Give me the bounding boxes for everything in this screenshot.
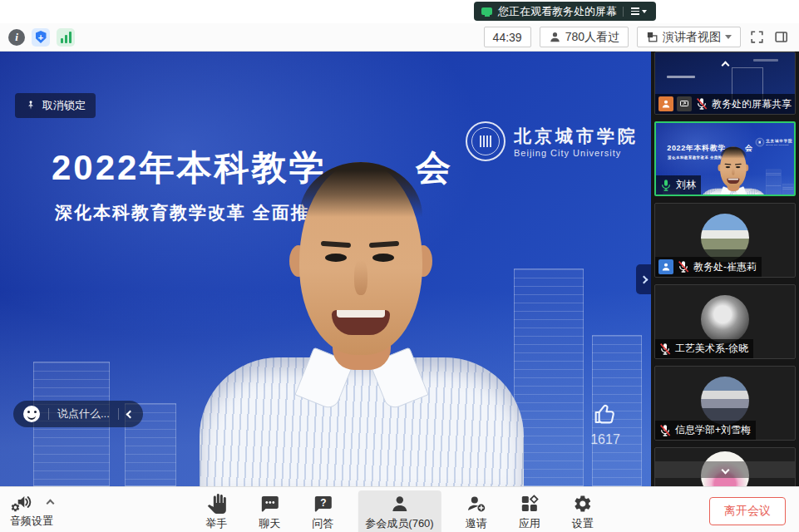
toolbar-item-raise-hand[interactable]: 举手 bbox=[198, 490, 234, 532]
top-toolbar: i + 44:39 780人看过 演讲者视图 bbox=[0, 23, 799, 52]
audio-settings-button[interactable] bbox=[10, 491, 32, 513]
tile-participant[interactable]: 教务处-崔惠莉 bbox=[654, 203, 796, 278]
tile-name: 教务处-崔惠莉 bbox=[693, 260, 757, 274]
toolbar-center: 举手 聊天 ? 问答 参会成员(760) bbox=[198, 490, 600, 532]
viewers-count-button[interactable]: 780人看过 bbox=[540, 27, 629, 47]
muted-mic-icon bbox=[658, 424, 672, 437]
tile-more-participants[interactable] bbox=[654, 447, 796, 486]
avatar-icon bbox=[658, 259, 673, 274]
fullscreen-icon bbox=[749, 29, 765, 45]
speaker-gear-icon bbox=[10, 491, 32, 513]
like-count: 1617 bbox=[580, 432, 630, 447]
banner-menu-button[interactable] bbox=[629, 6, 649, 17]
toolbar-item-qa[interactable]: ? 问答 bbox=[304, 490, 341, 532]
chevron-up-icon bbox=[47, 499, 55, 507]
tile-screen-share[interactable]: 教务处的屏幕共享 bbox=[654, 52, 796, 115]
tile-participant[interactable]: 信息学部+刘雪梅 bbox=[654, 366, 796, 441]
toolbar-item-apps[interactable]: 应用 bbox=[511, 490, 548, 532]
collapse-chat-button[interactable] bbox=[127, 411, 133, 417]
shield-icon: + bbox=[36, 31, 47, 43]
chevron-down-icon bbox=[642, 10, 647, 13]
side-panel-toggle-button[interactable] bbox=[773, 29, 789, 45]
meeting-info-button[interactable]: i bbox=[8, 29, 25, 46]
emoji-button[interactable] bbox=[23, 406, 40, 422]
muted-mic-icon bbox=[695, 97, 708, 111]
tile-name-bar: 工艺美术系-徐晓 bbox=[655, 339, 753, 358]
chevron-up-icon bbox=[721, 62, 729, 70]
view-mode-button[interactable]: 演讲者视图 bbox=[637, 27, 741, 47]
speaker-figure bbox=[200, 155, 524, 486]
audio-settings-label: 音频设置 bbox=[10, 514, 57, 529]
tile-name: 教务处的屏幕共享 bbox=[712, 97, 792, 111]
viewers-count-label: 780人看过 bbox=[565, 30, 619, 45]
tile-name-bar: 刘林 bbox=[656, 175, 701, 195]
scroll-up-button[interactable] bbox=[655, 62, 795, 68]
top-toolbar-right: 44:39 780人看过 演讲者视图 bbox=[484, 27, 799, 47]
tile-active-speaker[interactable]: 2022年本科教学 会 深化本科教育教学改革 全面推 北京城市学院 Beijin… bbox=[654, 121, 796, 196]
thumbs-up-button[interactable] bbox=[591, 401, 619, 427]
title-strip: 您正在观看教务处的屏幕 bbox=[0, 0, 799, 23]
signal-icon bbox=[61, 38, 63, 43]
chevron-left-icon bbox=[126, 410, 134, 418]
audio-control: 音频设置 bbox=[10, 491, 57, 529]
qa-icon: ? bbox=[313, 494, 333, 514]
svg-text:?: ? bbox=[320, 497, 326, 509]
watching-banner-text: 您正在观看教务处的屏幕 bbox=[498, 4, 617, 19]
viewer-person-icon bbox=[549, 31, 561, 43]
toolbar-item-settings[interactable]: 设置 bbox=[565, 490, 601, 532]
sidebar-collapse-button[interactable] bbox=[636, 264, 651, 294]
toolbar-item-label: 聊天 bbox=[259, 516, 280, 531]
chevron-right-icon bbox=[639, 275, 648, 283]
tile-name: 信息学部+刘雪梅 bbox=[675, 423, 751, 437]
toolbar-item-label: 应用 bbox=[519, 516, 540, 531]
chevron-down-icon bbox=[721, 466, 729, 474]
tile-name: 工艺美术系-徐晓 bbox=[675, 342, 748, 356]
active-mic-icon bbox=[659, 179, 673, 192]
participant-avatar bbox=[701, 214, 749, 262]
toolbar-item-label: 参会成员(760) bbox=[365, 516, 433, 531]
menu-icon bbox=[631, 7, 639, 15]
toolbar-item-participants[interactable]: 参会成员(760) bbox=[358, 490, 441, 532]
fullscreen-button[interactable] bbox=[749, 29, 765, 45]
screen-share-icon bbox=[481, 7, 492, 15]
like-widget: 1617 bbox=[580, 401, 630, 447]
divider bbox=[623, 7, 624, 17]
settings-icon bbox=[573, 494, 593, 514]
top-toolbar-left: i + bbox=[0, 28, 75, 47]
university-name-cn: 北京城市学院 bbox=[514, 125, 639, 148]
participant-avatar bbox=[701, 295, 749, 343]
leave-meeting-button[interactable]: 离开会议 bbox=[709, 497, 786, 525]
pin-icon bbox=[25, 100, 37, 111]
toolbar-item-label: 邀请 bbox=[466, 516, 487, 531]
toolbar-item-chat[interactable]: 聊天 bbox=[251, 490, 288, 532]
unpin-label: 取消锁定 bbox=[42, 98, 86, 113]
toolbar-item-invite[interactable]: 邀请 bbox=[458, 490, 495, 532]
quick-chat-bar: 说点什么... bbox=[13, 401, 143, 427]
audio-options-button[interactable] bbox=[44, 493, 57, 512]
security-button[interactable]: + bbox=[32, 28, 50, 47]
bottom-toolbar: 音频设置 举手 聊天 ? 问答 bbox=[0, 486, 799, 532]
message-input[interactable]: 说点什么... bbox=[57, 406, 110, 421]
tile-name-bar: 教务处的屏幕共享 bbox=[655, 94, 795, 114]
tile-name-bar: 教务处-崔惠莉 bbox=[655, 257, 762, 277]
participant-avatar bbox=[701, 377, 749, 425]
main-video-area: 2022年本科教学 会 深化本科教育教学改革 全面推 北京城市学院 Beijin… bbox=[0, 52, 651, 486]
toolbar-item-label: 设置 bbox=[572, 516, 594, 531]
participants-sidebar: 教务处的屏幕共享 2022年本科教学 会 深化本科教育教学改革 全面推 bbox=[651, 52, 799, 486]
toolbar-item-label: 问答 bbox=[312, 516, 333, 531]
unpin-button[interactable]: 取消锁定 bbox=[15, 93, 96, 118]
info-icon: i bbox=[8, 29, 25, 46]
toolbar-item-label: 举手 bbox=[205, 516, 227, 531]
network-status-button[interactable] bbox=[57, 28, 75, 47]
scroll-down-button[interactable] bbox=[655, 461, 795, 478]
muted-mic-icon bbox=[677, 260, 690, 273]
side-panel-icon bbox=[773, 29, 789, 45]
muted-mic-icon bbox=[658, 342, 672, 356]
screen-share-icon bbox=[677, 96, 692, 111]
tile-name: 刘林 bbox=[676, 178, 696, 192]
university-name-en: Beijing City University bbox=[514, 148, 639, 158]
meeting-timer: 44:39 bbox=[484, 27, 531, 47]
view-mode-label: 演讲者视图 bbox=[663, 30, 721, 45]
tile-participant[interactable]: 工艺美术系-徐晓 bbox=[654, 284, 796, 359]
meeting-window: 您正在观看教务处的屏幕 i + 44:39 780人看过 bbox=[0, 0, 799, 532]
